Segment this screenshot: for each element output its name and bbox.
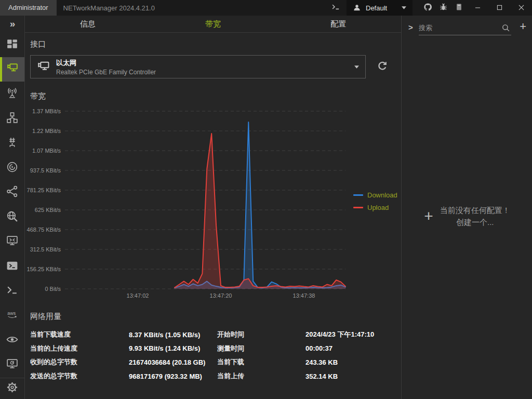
adapter-description: Realtek PCIe GbE Family Controller [56,69,156,76]
empty-state-line1: 当前没有任何配置！ [440,206,510,215]
bug-icon [439,3,448,14]
usage-value: 00:00:37 [305,344,397,352]
interface-heading: 接口 [30,39,46,49]
maximize-button[interactable] [488,0,510,16]
upload-line-swatch [353,207,363,208]
monitor-refresh-icon [6,357,19,373]
chart-legend: Download Upload [353,191,397,211]
empty-state-line2: 创建一个... [456,218,494,227]
sidebar-item-wlan[interactable] [0,82,24,106]
terminal-icon [331,3,340,14]
sidebar-item-web-console[interactable] [0,353,24,377]
legend-download-label: Download [367,191,397,199]
refresh-adapters-button[interactable] [371,55,394,78]
close-button[interactable] [510,0,532,16]
usage-heading: 网络用量 [30,312,61,322]
administrator-badge[interactable]: Administrator [0,0,57,16]
sidebar-item-ip-scanner[interactable] [0,107,24,131]
chevron-double-right-icon: » [10,18,15,30]
usage-value: 8.37 KBit/s (1.05 KB/s) [129,331,217,339]
svg-text:156.25 KBit/s: 156.25 KBit/s [27,266,61,272]
svg-text:781.25 KBit/s: 781.25 KBit/s [27,187,61,193]
adapter-dropdown[interactable]: 以太网 Realtek PCIe GbE Family Controller [30,55,366,78]
svg-text:625 KBit/s: 625 KBit/s [35,207,61,213]
report-bug-button[interactable] [435,0,451,16]
download-line-swatch [353,194,363,196]
usage-value: 2024/4/23 下午1:47:10 [305,330,397,339]
titlebar: Administrator NETworkManager 2024.4.21.0… [0,0,532,16]
sidebar-item-traceroute[interactable] [0,180,24,205]
sidebar-item-aws-session-manager[interactable]: aws [0,303,24,328]
svg-text:1.22 MBit/s: 1.22 MBit/s [32,128,61,134]
usage-value: 243.36 KB [305,358,397,366]
sidebar-item-port-scanner[interactable] [0,131,24,155]
search-input[interactable] [419,21,491,34]
tab-information[interactable]: 信息 [25,16,150,32]
ethernet-adapter-icon [6,62,19,77]
aws-logo-icon: aws [6,308,19,323]
run-command-button[interactable] [328,0,343,16]
minimize-button[interactable] [467,0,488,16]
page-tabs: 信息 带宽 配置 [25,16,401,33]
usage-label: 当前的上传速度 [30,344,129,353]
ethernet-adapter-icon [36,59,51,75]
svg-text:1.07 MBit/s: 1.07 MBit/s [32,148,61,154]
sidebar-item-dns-lookup[interactable] [0,205,24,230]
globe-search-icon [6,210,19,225]
documentation-button[interactable] [451,0,467,16]
svg-text:937.5 KBit/s: 937.5 KBit/s [30,167,61,174]
svg-text:13:47:02: 13:47:02 [127,292,149,299]
add-profile-button[interactable]: + [520,20,526,33]
share-nodes-icon [6,185,19,200]
svg-text:13:47:38: 13:47:38 [293,292,315,299]
svg-text:312.5 KBit/s: 312.5 KBit/s [30,246,61,252]
sidebar-item-network-interface[interactable] [0,57,24,82]
tab-bandwidth[interactable]: 带宽 [150,16,275,32]
document-icon [455,3,463,14]
usage-label: 测量时间 [217,344,305,353]
tab-configure[interactable]: 配置 [276,16,401,32]
dashboard-icon [6,37,19,52]
svg-text:0 Bit/s: 0 Bit/s [45,286,61,292]
collapse-panel-button[interactable]: > [408,23,413,32]
bandwidth-page: 信息 带宽 配置 接口 以太网 Realtek PCIe GbE Family … [25,16,401,399]
legend-upload: Upload [353,204,397,211]
terminal-prompt-icon [6,284,19,299]
app-title: NETworkManager 2024.4.21.0 [63,4,155,12]
sidebar-item-dashboard[interactable] [0,33,24,57]
profile-name: Default [366,4,397,12]
profiles-panel: > + + 当前没有任何配置！ 创建一个... [401,16,532,399]
legend-upload-label: Upload [367,204,389,211]
svg-text:aws: aws [7,311,16,316]
sidebar-item-tigervnc[interactable] [0,328,24,353]
empty-state-message: 当前没有任何配置！ 创建一个... [440,204,510,228]
github-button[interactable] [420,0,435,16]
profiles-empty-state[interactable]: + 当前没有任何配置！ 创建一个... [402,204,532,228]
radar-icon [6,161,19,176]
usage-label: 收到的总字节数 [30,357,129,367]
sidebar-item-ping-monitor[interactable] [0,156,24,180]
sidebar-item-putty[interactable] [0,279,24,303]
bandwidth-chart-canvas: 1.37 MBit/s1.22 MBit/s1.07 MBit/s937.5 K… [25,104,401,301]
sidebar-item-remote-desktop[interactable] [0,230,24,254]
search-icon[interactable] [501,23,510,32]
gear-icon [6,381,19,396]
sidebar-item-settings[interactable] [0,378,24,399]
usage-label: 开始时间 [217,330,305,339]
plus-icon: + [424,208,433,224]
sidebar-expand-button[interactable]: » [0,16,24,33]
tool-sidebar: » [0,16,25,399]
maximize-icon [497,3,502,12]
svg-text:1.37 MBit/s: 1.37 MBit/s [32,108,61,114]
sidebar-item-powershell[interactable] [0,254,24,278]
github-icon [423,3,432,14]
usage-value: 21674036684 (20.18 GB) [129,358,217,366]
svg-text:13:47:20: 13:47:20 [210,292,232,299]
chevron-down-icon [354,65,359,69]
profile-selector[interactable]: Default [347,0,413,16]
remote-desktop-icon [6,234,19,249]
bandwidth-heading: 带宽 [30,91,46,101]
svg-text:468.75 KBit/s: 468.75 KBit/s [27,227,61,233]
network-usage-table: 当前下载速度 8.37 KBit/s (1.05 KB/s) 开始时间 2024… [30,328,397,383]
adapter-name: 以太网 [56,58,156,68]
